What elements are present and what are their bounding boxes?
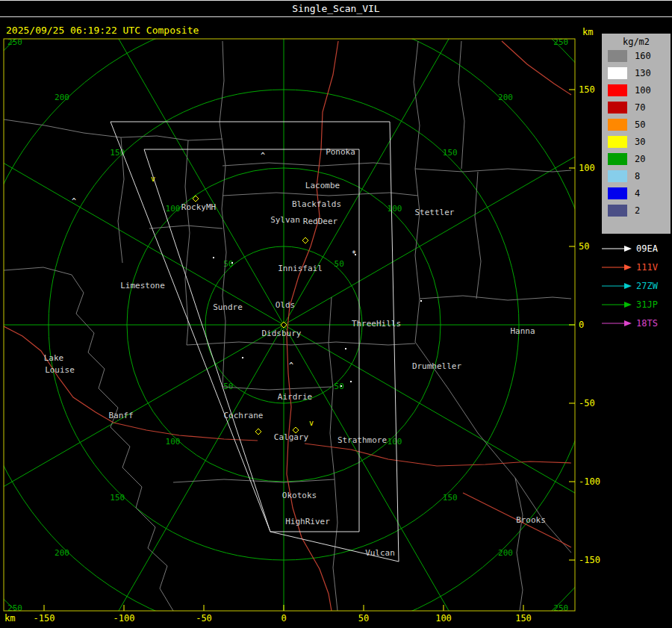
scale-color-swatch	[608, 170, 627, 182]
right-axis-tick-label: -100	[579, 476, 600, 487]
radar-legend-entry: 31JP	[602, 295, 672, 314]
yellow-arrow-marker: v	[309, 419, 314, 427]
city-label: Okotoks	[282, 491, 317, 500]
city-label: Olds	[276, 300, 296, 310]
city-label: Brooks	[516, 515, 546, 525]
radar-arrow-icon	[602, 319, 632, 328]
bottom-axis-tick-label: -100	[113, 613, 135, 624]
scale-entry: 2	[602, 202, 671, 219]
radar-arrow-icon	[602, 300, 632, 309]
city-label: Ponoka	[326, 147, 355, 157]
color-scale-panel: kg/m2 16013010070503020842	[602, 34, 671, 234]
scale-color-swatch	[608, 102, 627, 114]
city-label: ThreeHills	[352, 319, 401, 329]
city-label: Didsbury	[262, 329, 302, 338]
caret-marker: ^	[72, 197, 76, 205]
range-ring-label: 200	[498, 548, 513, 558]
right-axis: 150100500-50-100-150	[569, 84, 600, 565]
radar-site-marker	[302, 237, 308, 243]
city-label: Calgary	[274, 432, 309, 442]
city-label: Hanna	[510, 326, 535, 336]
range-ring-label: 50	[335, 259, 344, 269]
city-label: Blackfalds	[292, 199, 341, 209]
range-ring-label: 100	[166, 204, 181, 214]
scale-color-swatch	[608, 67, 627, 79]
scale-entry: 130	[602, 64, 671, 81]
bottom-axis-tick-label: 0	[281, 613, 286, 624]
scale-color-swatch	[608, 136, 627, 148]
city-label: Cochrane	[224, 411, 264, 420]
right-axis-tick-label: -150	[579, 555, 600, 565]
radar-arrow-icon	[602, 244, 632, 253]
radar-arrow-legend: 09EA111V27ZW31JP18TS	[602, 239, 672, 332]
caret-marker: ^	[289, 361, 293, 370]
scale-color-swatch	[608, 119, 627, 131]
scale-entry: 50	[602, 116, 671, 133]
scale-value-label: 2	[635, 205, 640, 216]
right-axis-tick-label: 0	[579, 320, 584, 330]
azimuth-spoke	[75, 0, 284, 325]
range-ring-label: 150	[443, 148, 458, 158]
scale-value-label: 4	[635, 188, 640, 199]
radar-id-label: 09EA	[636, 243, 658, 254]
right-axis-tick-label: 150	[579, 84, 595, 95]
color-scale-entries: 16013010070503020842	[602, 47, 671, 219]
range-ring-label: 150	[443, 493, 458, 503]
scale-entry: 4	[602, 184, 671, 202]
city-label: RockyMH	[181, 202, 216, 212]
city-label: RedDeer	[303, 217, 338, 226]
city-label: HighRiver	[285, 517, 330, 526]
azimuth-spoke	[0, 116, 284, 325]
point-marker	[242, 357, 243, 358]
point-marker	[231, 262, 233, 264]
azimuth-spoke	[284, 325, 646, 534]
caret-marker: ^	[261, 152, 265, 160]
radar-site-marker	[255, 429, 261, 435]
point-marker	[213, 257, 214, 258]
city-label: Drumheller	[412, 361, 462, 371]
range-ring-label: 100	[166, 437, 181, 447]
range-ring	[0, 11, 597, 628]
scale-value-label: 8	[635, 171, 640, 181]
radar-arrow-icon	[602, 263, 632, 272]
city-label: Vulcan	[365, 548, 395, 558]
city-label: Sundre	[213, 302, 243, 312]
radar-legend-entry: 09EA	[602, 239, 672, 258]
radar-id-label: 18TS	[636, 318, 658, 329]
city-label: Strathmore	[337, 435, 387, 445]
scale-entry: 8	[602, 167, 671, 184]
scale-value-label: 30	[635, 137, 645, 147]
city-label: Lake	[44, 353, 64, 363]
range-ring-label: 200	[498, 93, 513, 102]
scale-entry: 30	[602, 133, 671, 150]
point-marker	[420, 300, 422, 302]
radar-id-label: 31JP	[636, 299, 658, 310]
map-canvas: 5050505010010010010015015015015020020020…	[0, 0, 672, 628]
bottom-axis: -150-100-50050100150	[34, 605, 532, 624]
yellow-arrow-marker: v	[151, 175, 155, 183]
scale-color-swatch	[608, 187, 627, 199]
radar-legend-entry: 111V	[602, 258, 672, 276]
radar-legend-entry: 18TS	[602, 314, 672, 332]
range-rings-group: 5050505010010010010015015015015020020020…	[0, 0, 672, 628]
radar-arrow-icon	[602, 282, 632, 290]
color-scale-unit-label: kg/m2	[602, 34, 671, 47]
scale-color-swatch	[608, 205, 627, 217]
bottom-axis-tick-label: 100	[435, 613, 452, 624]
star-marker: *	[352, 249, 356, 258]
range-ring-label: 150	[110, 493, 125, 503]
range-ring-label: 50	[335, 382, 344, 391]
range-ring-label: 200	[55, 93, 69, 102]
bottom-axis-tick-label: 150	[515, 613, 532, 624]
scale-value-label: 130	[635, 68, 651, 78]
bottom-axis-tick-label: 50	[358, 613, 369, 624]
city-label: Sylvan	[270, 215, 300, 225]
radar-site-marker	[281, 322, 287, 328]
city-label: Stettler	[415, 208, 455, 217]
city-label: Banff	[108, 411, 133, 420]
scale-value-label: 50	[635, 119, 645, 130]
radar-display-window: Single_Scan_VIL 2025/09/25 06:19:22 UTC …	[0, 0, 672, 628]
scale-color-swatch	[608, 153, 627, 165]
range-ring-label: 100	[388, 437, 402, 447]
scale-value-label: 160	[635, 51, 651, 61]
